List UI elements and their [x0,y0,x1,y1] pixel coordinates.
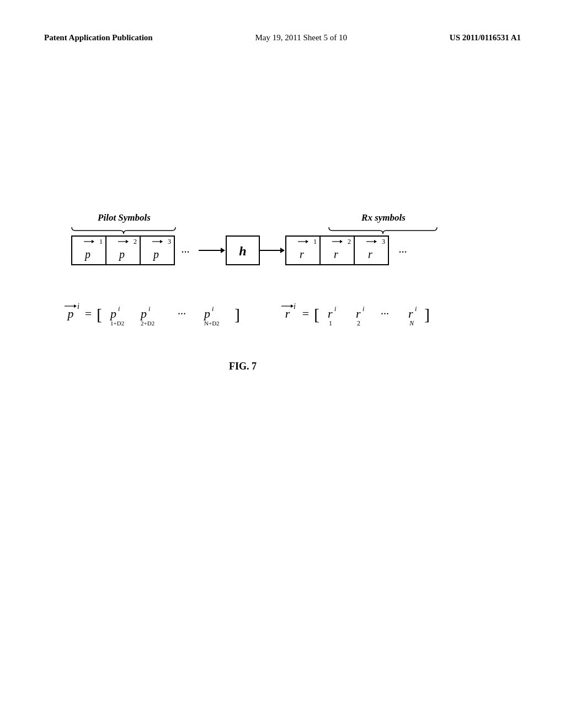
diagram-area: Pilot Symbols Rx symbols p 1 p 2 p 3 ··· [44,210,521,419]
figure-svg: Pilot Symbols Rx symbols p 1 p 2 p 3 ··· [44,210,524,419]
pilot-label: Pilot Symbols [97,212,151,223]
r1-letter: r [300,248,304,260]
req-i-sup: i [294,302,296,311]
from-h-arrow [280,248,285,253]
eq2-rN-sub: N [409,319,414,327]
eq1-rbracket: ] [234,305,240,323]
p3-sup: 3 [168,238,171,245]
eq1-p2-sub: 2+D2 [141,320,154,326]
pilot-brace [72,227,175,234]
eq2-r2-sup: i [363,305,364,313]
eq1-p1: p [109,307,116,320]
eq1-pN-sub: N+D2 [204,320,220,326]
page-header: Patent Application Publication May 19, 2… [0,33,565,42]
r2-letter: r [334,248,338,260]
eq1-p1-sup: i [118,305,120,313]
eq1-p2-sup: i [148,305,150,313]
p3-letter: p [152,248,159,261]
eq1-p2: p [140,307,147,320]
peq-arrow-head [74,304,77,308]
eq1-equals: = [85,307,92,320]
h-label: h [239,244,246,258]
p2-letter: p [118,248,125,261]
to-h-arrow [221,248,225,253]
r2-sup: 2 [348,238,351,245]
p1-letter: p [84,248,90,261]
eq1-dots: ··· [178,308,186,320]
peq-i-sup: i [77,302,79,311]
eq2-equals: = [302,307,309,320]
p1-sup: 1 [99,238,103,245]
eq1-pN: p [203,307,210,320]
rx-label: Rx symbols [361,212,406,223]
r3-letter: r [368,248,372,260]
peq-p: p [67,307,74,320]
eq2-r2: r [356,307,361,320]
eq1-pN-sup: i [212,305,214,313]
eq2-r2-sub: 2 [357,319,360,327]
eq2-rN-sup: i [415,305,417,313]
fig-label: FIG. 7 [229,361,257,372]
eq2-rbracket: ] [424,305,430,323]
patent-number-label: US 2011/0116531 A1 [450,33,521,42]
eq2-dots: ··· [381,308,389,320]
eq1-lbracket: [ [97,305,102,323]
eq2-r1-sub: 1 [329,319,332,327]
rx-brace [329,227,437,234]
eq2-r1: r [328,307,333,320]
date-sheet-label: May 19, 2011 Sheet 5 of 10 [255,33,347,42]
pilot-dots: ··· [182,246,190,258]
req-r: r [285,307,290,320]
eq1-p1-sub: 1+D2 [110,320,124,326]
eq2-lbracket: [ [314,305,319,323]
publication-label: Patent Application Publication [44,33,153,42]
p2-sup: 2 [134,238,137,245]
eq2-r1-sup: i [334,305,336,313]
r3-sup: 3 [382,238,385,245]
rx-dots: ··· [399,246,407,258]
r1-sup: 1 [313,238,317,245]
eq2-rN: r [408,307,413,320]
